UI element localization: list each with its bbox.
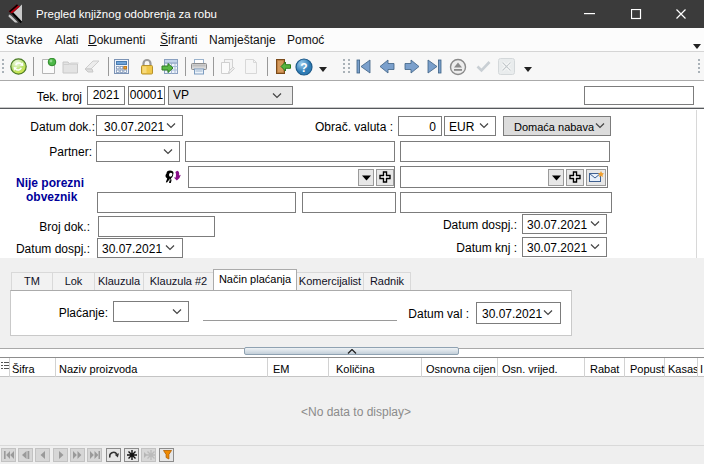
svg-text:?: ? bbox=[300, 61, 307, 75]
